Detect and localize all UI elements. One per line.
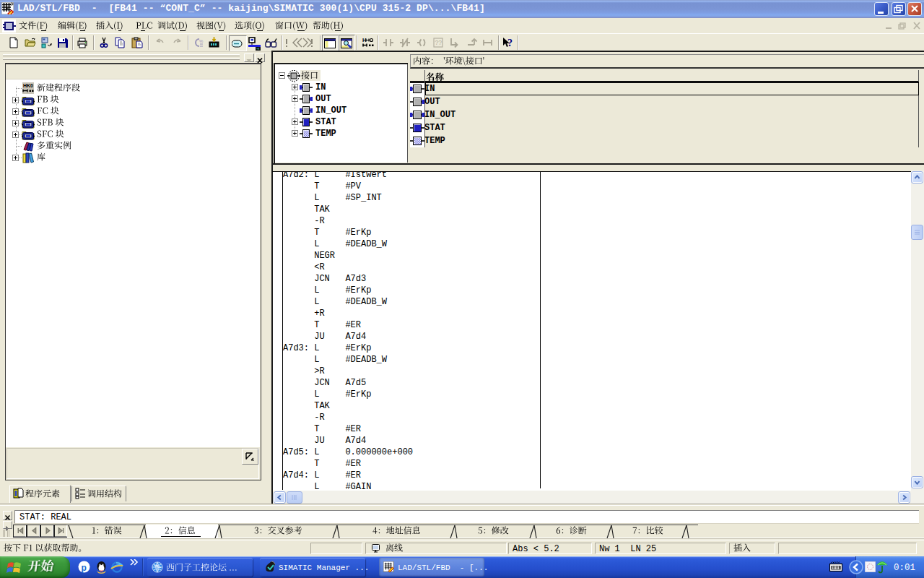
svg-text:p: p (82, 563, 87, 573)
svg-text:%: % (199, 39, 204, 43)
svg-text:??: ?? (435, 39, 443, 46)
svg-text:?: ? (507, 38, 513, 48)
svg-text:HK0: HK0 (23, 83, 33, 88)
